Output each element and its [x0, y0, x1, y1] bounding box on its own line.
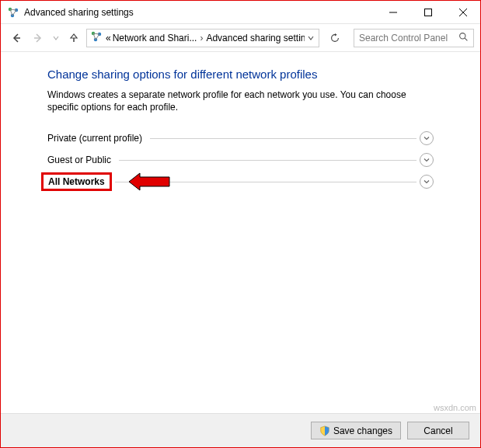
watermark: wsxdn.com [434, 403, 476, 412]
shield-icon [319, 425, 330, 436]
forward-button[interactable] [29, 29, 47, 47]
footer: Save changes Cancel [1, 413, 480, 447]
cancel-button-label: Cancel [423, 425, 452, 436]
section-label: Guest or Public [47, 155, 116, 165]
save-changes-button[interactable]: Save changes [311, 422, 401, 439]
svg-line-5 [12, 10, 16, 16]
chevron-down-icon[interactable] [420, 153, 434, 167]
section-private[interactable]: Private (current profile) [47, 127, 434, 149]
section-label-highlighted: All Networks [41, 172, 112, 191]
window-title: Advanced sharing settings [24, 7, 375, 18]
divider [150, 138, 417, 139]
breadcrumb-item[interactable]: Advanced sharing settings [206, 33, 305, 43]
close-button[interactable] [445, 1, 480, 24]
section-all-networks[interactable]: All Networks [47, 171, 434, 193]
chevron-down-icon[interactable] [420, 131, 434, 145]
recent-dropdown[interactable] [51, 29, 61, 47]
chevron-down-icon[interactable] [420, 175, 434, 189]
search-box[interactable] [354, 29, 474, 47]
svg-point-19 [460, 33, 465, 38]
content-area: Change sharing options for different net… [1, 52, 480, 413]
svg-line-18 [96, 34, 99, 40]
save-button-label: Save changes [333, 425, 392, 436]
navbar: « Network and Shari... › Advanced sharin… [1, 24, 480, 52]
section-label: Private (current profile) [47, 133, 147, 144]
breadcrumb-prefix[interactable]: « [106, 33, 111, 43]
cancel-button[interactable]: Cancel [407, 422, 469, 439]
svg-line-20 [465, 38, 467, 40]
back-button[interactable] [7, 29, 26, 47]
network-icon [7, 6, 19, 19]
search-input[interactable] [359, 33, 469, 43]
svg-marker-21 [129, 173, 169, 190]
page-description: Windows creates a separate network profi… [47, 89, 434, 113]
refresh-button[interactable] [326, 29, 344, 47]
address-bar[interactable]: « Network and Shari... › Advanced sharin… [86, 29, 319, 47]
titlebar: Advanced sharing settings [1, 1, 480, 24]
breadcrumb: « Network and Shari... › Advanced sharin… [106, 33, 305, 43]
chevron-right-icon: › [198, 33, 204, 43]
address-dropdown[interactable] [305, 35, 317, 41]
breadcrumb-item[interactable]: Network and Shari... [113, 33, 197, 43]
up-button[interactable] [64, 29, 83, 47]
search-icon [458, 32, 469, 44]
divider [119, 160, 417, 161]
section-guest[interactable]: Guest or Public [47, 149, 434, 171]
svg-rect-7 [424, 9, 431, 16]
maximize-button[interactable] [410, 1, 445, 24]
network-icon [90, 30, 103, 45]
annotation-arrow [129, 172, 171, 192]
minimize-button[interactable] [375, 1, 410, 24]
page-heading: Change sharing options for different net… [47, 68, 434, 81]
